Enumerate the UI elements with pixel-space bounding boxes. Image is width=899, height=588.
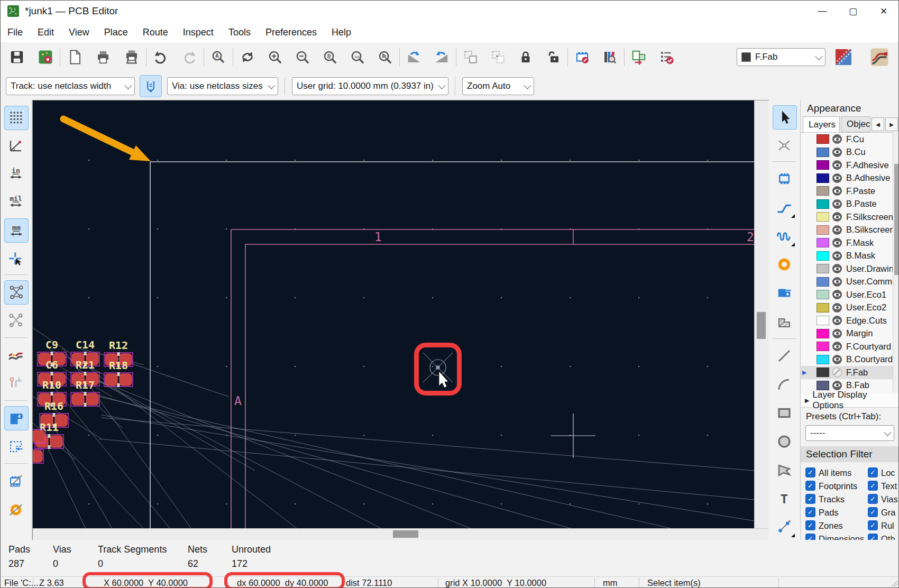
layer-color-swatch[interactable] <box>817 290 829 299</box>
layer-color-swatch[interactable] <box>817 148 829 157</box>
layer-visibility-eye-icon[interactable] <box>832 277 842 287</box>
layer-visibility-eye-icon[interactable] <box>832 329 842 338</box>
refresh-view-button[interactable] <box>237 47 258 68</box>
footprint[interactable] <box>33 429 45 444</box>
layer-visibility-eye-icon[interactable] <box>832 134 842 144</box>
rotate-cw-button[interactable] <box>431 47 452 68</box>
via-size-dropdown[interactable]: Via: use netclass sizes <box>167 77 278 95</box>
layer-color-swatch[interactable] <box>817 264 829 273</box>
save-button[interactable] <box>6 47 27 68</box>
zoom-out-button[interactable] <box>292 47 313 68</box>
units-inches-toggle[interactable]: in <box>4 162 27 185</box>
filter-label[interactable]: Vias <box>881 494 898 504</box>
layer-visibility-eye-icon[interactable] <box>832 212 842 222</box>
layer-row[interactable]: ▶ Edge.Cuts <box>801 314 899 327</box>
add-rule-area-tool[interactable] <box>773 310 796 333</box>
library-browser-button[interactable] <box>599 47 620 68</box>
tab-scroll-right-button[interactable]: ▶ <box>885 117 898 131</box>
layer-list-scrollbar-thumb[interactable] <box>894 164 899 275</box>
print-button[interactable] <box>93 47 114 68</box>
layer-visibility-eye-icon[interactable] <box>832 225 842 235</box>
layer-row[interactable]: ▶ F.Fab <box>801 366 899 379</box>
draw-line-tool[interactable] <box>773 344 796 368</box>
layer-color-swatch[interactable] <box>817 186 829 196</box>
tab-scroll-left-button[interactable]: ◀ <box>872 117 884 131</box>
checkbox-checked[interactable]: ✓ <box>868 520 878 530</box>
sketch-tracks-toggle[interactable] <box>4 343 27 366</box>
layer-row[interactable]: ▶ B.Cu <box>801 146 899 159</box>
draw-arc-tool[interactable] <box>773 373 796 396</box>
layer-row[interactable]: ▶ B.Silkscreen <box>801 224 899 237</box>
layer-row[interactable]: ▶ F.Adhesive <box>801 159 899 172</box>
units-mils-toggle[interactable]: mil <box>4 190 27 213</box>
grid-dots-toggle[interactable] <box>4 106 29 130</box>
tune-length-tool[interactable] <box>773 224 796 247</box>
layer-row[interactable]: ▶ Margin <box>801 327 899 341</box>
filter-label[interactable]: Rul <box>881 521 894 531</box>
checkbox-checked[interactable]: ✓ <box>868 494 878 504</box>
horizontal-scrollbar-thumb[interactable] <box>393 530 418 538</box>
layer-color-swatch[interactable] <box>817 134 829 144</box>
tab-layers[interactable]: Layers <box>803 116 840 132</box>
horizontal-scrollbar[interactable] <box>33 528 768 540</box>
route-tracks-tool[interactable] <box>773 196 796 219</box>
checkbox-checked[interactable]: ✓ <box>805 467 815 477</box>
menu-item[interactable]: Route <box>135 22 176 42</box>
layer-visibility-eye-icon[interactable] <box>832 186 842 196</box>
checkbox-checked[interactable]: ✓ <box>805 507 815 517</box>
zoom-in-button[interactable] <box>264 47 286 68</box>
layer-color-swatch[interactable] <box>817 303 829 313</box>
rotate-ccw-button[interactable] <box>403 47 425 68</box>
ungroup-button[interactable] <box>488 47 509 68</box>
layer-color-swatch[interactable] <box>817 160 829 170</box>
add-text-tool[interactable]: T <box>773 487 796 510</box>
tab-objects[interactable]: Objects <box>841 116 870 132</box>
layer-visibility-eye-icon[interactable] <box>832 290 842 299</box>
checkbox-checked[interactable]: ✓ <box>805 494 815 504</box>
checkbox-checked[interactable]: ✓ <box>868 481 878 491</box>
layer-visibility-eye-icon[interactable] <box>832 368 842 377</box>
lock-button[interactable] <box>515 47 536 68</box>
layer-color-swatch[interactable] <box>817 225 829 235</box>
layer-visibility-eye-icon[interactable] <box>832 199 842 209</box>
layer-color-swatch[interactable] <box>817 355 829 364</box>
footprint[interactable] <box>33 449 43 464</box>
filter-label[interactable]: Loc <box>881 468 895 478</box>
plot-button[interactable] <box>121 47 142 68</box>
layer-visibility-eye-icon[interactable] <box>832 160 842 170</box>
layer-color-swatch[interactable] <box>817 277 829 287</box>
filter-label[interactable]: Text <box>881 481 897 491</box>
filter-label[interactable]: Pads <box>819 508 839 518</box>
filter-label[interactable]: Tracks <box>819 494 845 504</box>
undo-button[interactable] <box>150 47 171 68</box>
layer-visibility-eye-icon[interactable] <box>832 264 842 273</box>
layer-row[interactable]: ▶ F.Mask <box>801 236 899 250</box>
layer-row[interactable]: ▶ F.Silkscreen <box>801 210 899 224</box>
local-ratsnest-tool[interactable] <box>773 134 796 157</box>
checkbox-checked[interactable]: ✓ <box>805 481 815 491</box>
track-width-dropdown[interactable]: Track: use netclass width <box>6 77 135 95</box>
layer-color-swatch[interactable] <box>817 342 829 351</box>
presets-dropdown[interactable]: ----- <box>805 425 894 441</box>
layer-row[interactable]: ▶ F.Courtyard <box>801 340 899 353</box>
interactive-router-settings-button[interactable] <box>869 47 890 68</box>
design-rules-check-button[interactable] <box>656 47 677 68</box>
layer-row[interactable]: ▶ B.Courtyard <box>801 353 899 366</box>
page-settings-button[interactable] <box>64 47 85 68</box>
layer-display-options[interactable]: ▶Layer Display Options <box>801 393 899 408</box>
menu-item[interactable]: Inspect <box>176 22 221 42</box>
layer-row[interactable]: ▶ B.Paste <box>801 198 899 211</box>
menu-item[interactable]: View <box>61 22 97 42</box>
layer-visibility-eye-icon[interactable] <box>832 148 842 157</box>
layer-color-swatch[interactable] <box>817 329 829 338</box>
layer-visibility-eye-icon[interactable] <box>832 173 842 183</box>
auto-track-width-toggle[interactable] <box>140 75 162 97</box>
layer-color-swatch[interactable] <box>817 316 829 325</box>
user-grid-dropdown[interactable]: User grid: 10.0000 mm (0.3937 in) <box>292 77 448 95</box>
layer-visibility-eye-icon[interactable] <box>832 316 842 325</box>
layer-visibility-eye-icon[interactable] <box>832 342 842 351</box>
menu-item[interactable]: Place <box>97 22 135 42</box>
add-dimension-tool[interactable] <box>773 515 796 538</box>
zone-outline-display-toggle[interactable] <box>4 435 27 458</box>
zone-fill-display-toggle[interactable] <box>4 406 29 430</box>
